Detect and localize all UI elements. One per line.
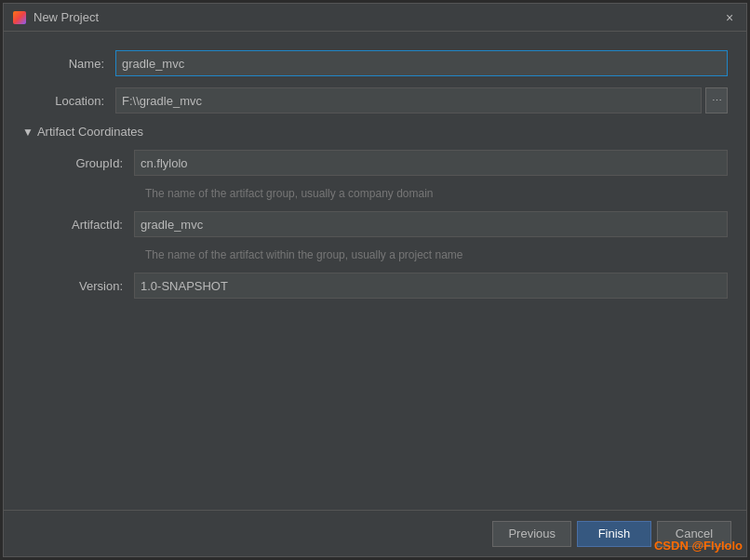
artifactid-row: ArtifactId: [41,211,728,237]
name-input[interactable] [115,50,728,76]
location-input[interactable] [115,87,702,113]
artifact-section-title: Artifact Coordinates [37,125,143,139]
browse-icon: ⋯ [712,95,722,107]
name-label: Name: [22,57,115,71]
version-row: Version: [41,273,728,299]
close-button[interactable]: × [722,10,737,25]
dialog-footer: Previous Finish Cancel [4,510,746,556]
artifactid-input[interactable] [134,211,728,237]
artifactid-hint: The name of the artifact within the grou… [145,248,728,261]
location-row: Location: ⋯ [22,87,728,113]
watermark: CSDN @Flylolo [654,539,743,553]
new-project-dialog: New Project × Name: Location: ⋯ ▼ Artifa… [3,3,747,557]
groupid-row: GroupId: [41,150,728,176]
name-row: Name: [22,50,728,76]
groupid-hint: The name of the artifact group, usually … [145,187,728,200]
groupid-label: GroupId: [41,156,134,170]
artifact-section-header: ▼ Artifact Coordinates [22,125,728,139]
version-input[interactable] [134,273,728,299]
finish-button[interactable]: Finish [577,521,651,547]
title-bar-left: New Project [13,10,99,24]
artifactid-label: ArtifactId: [41,218,134,232]
groupid-input[interactable] [134,150,728,176]
location-label: Location: [22,94,115,108]
dialog-title: New Project [33,10,99,24]
title-bar: New Project × [4,4,746,32]
location-wrapper: ⋯ [115,87,728,113]
section-toggle[interactable]: ▼ [22,126,33,139]
previous-button[interactable]: Previous [492,521,571,547]
browse-button[interactable]: ⋯ [705,87,728,113]
dialog-content: Name: Location: ⋯ ▼ Artifact Coordinates… [4,32,746,510]
artifact-fields: GroupId: The name of the artifact group,… [22,150,728,299]
app-icon [13,11,26,24]
version-label: Version: [41,279,134,293]
